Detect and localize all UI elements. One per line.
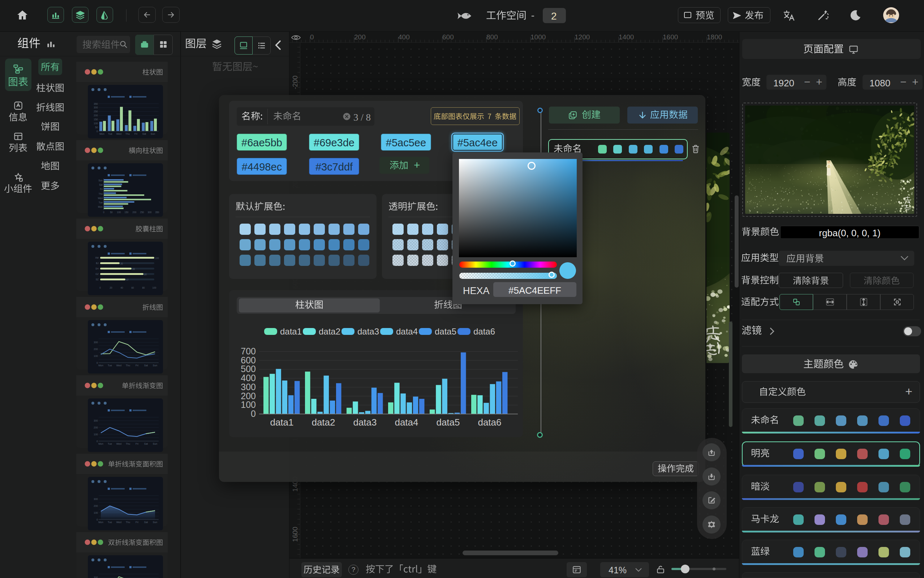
svg-text:100: 100 — [241, 399, 256, 410]
svg-text:Thu: Thu — [125, 133, 130, 135]
svg-text:data1: data1 — [270, 417, 294, 428]
svg-text:150: 150 — [94, 118, 98, 121]
svg-text:Sat: Sat — [99, 183, 102, 186]
svg-text:data2: data2 — [312, 417, 335, 428]
svg-text:200: 200 — [133, 211, 136, 213]
svg-text:150: 150 — [125, 211, 129, 213]
svg-text:200: 200 — [241, 391, 256, 401]
svg-text:0: 0 — [96, 518, 98, 521]
svg-text:Wed: Wed — [116, 443, 122, 445]
svg-text:Fri: Fri — [135, 133, 138, 135]
svg-text:Mon: Mon — [99, 133, 104, 135]
svg-text:0: 0 — [103, 211, 104, 213]
svg-text:Tue: Tue — [108, 364, 112, 367]
svg-text:600: 600 — [241, 355, 256, 365]
svg-text:0: 0 — [96, 130, 98, 133]
svg-text:Wed: Wed — [116, 521, 122, 523]
svg-text:200: 200 — [94, 114, 98, 117]
svg-text:data6: data6 — [478, 417, 501, 428]
svg-text:250: 250 — [94, 110, 98, 113]
svg-text:50: 50 — [110, 211, 113, 213]
svg-text:Fri: Fri — [100, 188, 102, 190]
svg-text:0: 0 — [99, 286, 101, 289]
svg-text:300: 300 — [148, 211, 152, 213]
svg-text:Wed: Wed — [116, 364, 122, 367]
svg-text:Sat: Sat — [142, 133, 146, 135]
svg-text:100: 100 — [94, 355, 98, 357]
svg-text:350: 350 — [94, 102, 98, 105]
svg-text:500: 500 — [241, 364, 256, 374]
svg-text:Thu: Thu — [99, 193, 103, 195]
svg-text:data4: data4 — [395, 417, 418, 428]
svg-text:700: 700 — [241, 346, 256, 356]
svg-text:50: 50 — [95, 126, 98, 128]
svg-text:Sun: Sun — [151, 133, 155, 135]
svg-text:60: 60 — [131, 286, 134, 289]
svg-text:350: 350 — [155, 211, 159, 213]
svg-text:36: 36 — [120, 262, 123, 265]
svg-text:Sat: Sat — [144, 521, 148, 523]
svg-text:Tue: Tue — [108, 443, 112, 445]
svg-text:Wed: Wed — [98, 197, 103, 200]
svg-text:100: 100 — [94, 433, 98, 436]
svg-text:Tue: Tue — [108, 521, 112, 523]
svg-text:58: 58 — [132, 268, 135, 270]
svg-text:Fri: Fri — [135, 443, 139, 445]
svg-text:Sun: Sun — [153, 443, 158, 445]
svg-text:250: 250 — [140, 211, 144, 213]
svg-text:Mon: Mon — [98, 206, 102, 208]
svg-text:Mon: Mon — [98, 364, 103, 367]
svg-text:Fri: Fri — [135, 364, 139, 367]
svg-text:100: 100 — [153, 286, 156, 289]
svg-text:BJ: BJ — [96, 262, 99, 265]
svg-text:100: 100 — [94, 511, 98, 514]
svg-text:200: 200 — [94, 426, 98, 429]
svg-text:XM: XM — [95, 257, 99, 259]
svg-text:Sun: Sun — [153, 364, 158, 367]
svg-text:Thu: Thu — [126, 443, 130, 445]
svg-text:Sun: Sun — [153, 521, 158, 523]
svg-text:0: 0 — [251, 409, 256, 419]
svg-text:200: 200 — [94, 505, 98, 507]
svg-text:Wed: Wed — [116, 133, 122, 135]
svg-text:Thu: Thu — [126, 521, 130, 523]
svg-text:20: 20 — [109, 286, 112, 289]
svg-text:Sun: Sun — [98, 179, 102, 182]
svg-text:300: 300 — [94, 576, 98, 578]
svg-text:100: 100 — [117, 211, 121, 213]
svg-text:400: 400 — [241, 373, 256, 383]
svg-text:200: 200 — [94, 348, 98, 351]
svg-text:data3: data3 — [353, 417, 377, 428]
svg-text:SZ: SZ — [96, 278, 99, 281]
svg-text:300: 300 — [241, 382, 256, 392]
svg-text:100: 100 — [155, 257, 159, 260]
svg-text:Fri: Fri — [135, 521, 139, 523]
svg-text:300: 300 — [94, 498, 98, 500]
svg-text:GZ: GZ — [96, 273, 99, 275]
svg-text:40: 40 — [120, 286, 123, 289]
svg-text:300: 300 — [94, 419, 98, 422]
svg-text:data5: data5 — [436, 417, 460, 428]
svg-text:80: 80 — [142, 286, 145, 289]
svg-text:300: 300 — [94, 341, 98, 344]
svg-text:Tue: Tue — [99, 201, 102, 204]
svg-text:0: 0 — [96, 440, 98, 443]
svg-text:SH: SH — [96, 267, 99, 270]
svg-text:80: 80 — [144, 273, 147, 276]
svg-text:Tue: Tue — [108, 133, 112, 135]
svg-text:Mon: Mon — [98, 521, 103, 523]
svg-text:Thu: Thu — [126, 364, 130, 367]
svg-text:0: 0 — [96, 362, 98, 364]
svg-text:Mon: Mon — [98, 443, 103, 445]
svg-text:300: 300 — [94, 106, 98, 109]
svg-text:47: 47 — [126, 279, 129, 281]
svg-text:Sat: Sat — [144, 364, 148, 367]
svg-text:100: 100 — [94, 122, 98, 125]
svg-text:Sat: Sat — [144, 443, 148, 445]
